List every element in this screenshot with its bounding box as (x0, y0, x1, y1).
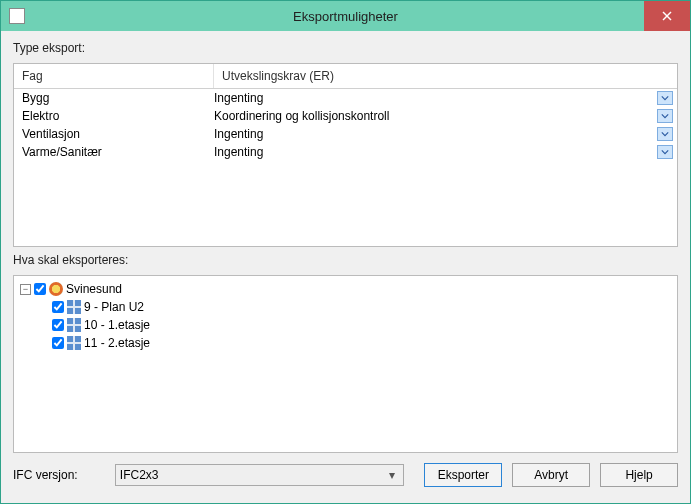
grid-header: Fag Utvekslingskrav (ER) (14, 64, 677, 89)
app-icon (9, 8, 25, 24)
tree-item-label: 9 - Plan U2 (84, 298, 144, 316)
table-row[interactable]: Varme/Sanitær Ingenting (14, 143, 677, 161)
type-export-label: Type eksport: (13, 41, 678, 55)
dialog-content: Type eksport: Fag Utvekslingskrav (ER) B… (1, 31, 690, 503)
project-icon (49, 282, 63, 296)
table-row[interactable]: Bygg Ingenting (14, 89, 677, 107)
floor-icon (67, 300, 81, 314)
chevron-down-icon (661, 94, 669, 102)
cell-er: Ingenting (214, 89, 657, 107)
export-tree-panel: − Svinesund 9 - Plan U2 (13, 275, 678, 453)
tree-item[interactable]: 11 - 2.etasje (38, 334, 671, 352)
header-er[interactable]: Utvekslingskrav (ER) (214, 64, 677, 88)
tree-checkbox[interactable] (52, 337, 64, 349)
tree-checkbox[interactable] (52, 319, 64, 331)
help-button[interactable]: Hjelp (600, 463, 678, 487)
ifc-version-select[interactable]: IFC2x3 ▾ (115, 464, 405, 486)
table-row[interactable]: Elektro Koordinering og kollisjonskontro… (14, 107, 677, 125)
dropdown-arrow[interactable] (657, 109, 673, 123)
chevron-down-icon (661, 148, 669, 156)
chevron-down-icon: ▾ (385, 468, 399, 482)
window-title: Eksportmuligheter (1, 9, 690, 24)
floor-icon (67, 336, 81, 350)
expander-minus-icon[interactable]: − (20, 284, 31, 295)
type-export-panel: Fag Utvekslingskrav (ER) Bygg Ingenting … (13, 63, 678, 247)
ifc-version-label: IFC versjon: (13, 468, 105, 482)
bottom-row: IFC versjon: IFC2x3 ▾ Eksporter Avbryt H… (13, 459, 678, 487)
cell-fag: Varme/Sanitær (14, 143, 214, 161)
tree-checkbox[interactable] (34, 283, 46, 295)
table-row[interactable]: Ventilasjon Ingenting (14, 125, 677, 143)
tree-item[interactable]: 9 - Plan U2 (38, 298, 671, 316)
cell-er: Ingenting (214, 125, 657, 143)
chevron-down-icon (661, 130, 669, 138)
tree-root-label: Svinesund (66, 280, 122, 298)
close-button[interactable] (644, 1, 690, 31)
header-fag[interactable]: Fag (14, 64, 214, 88)
cancel-button[interactable]: Avbryt (512, 463, 590, 487)
tree-item[interactable]: 10 - 1.etasje (38, 316, 671, 334)
export-button[interactable]: Eksporter (424, 463, 502, 487)
cell-fag: Bygg (14, 89, 214, 107)
cell-er: Koordinering og kollisjonskontroll (214, 107, 657, 125)
close-icon (662, 11, 672, 21)
title-bar: Eksportmuligheter (1, 1, 690, 31)
dialog-window: Eksportmuligheter Type eksport: Fag Utve… (0, 0, 691, 504)
floor-icon (67, 318, 81, 332)
tree-item-label: 10 - 1.etasje (84, 316, 150, 334)
tree-root[interactable]: − Svinesund 9 - Plan U2 (20, 280, 671, 352)
grid-body: Bygg Ingenting Elektro Koordinering og k… (14, 89, 677, 161)
dropdown-arrow[interactable] (657, 127, 673, 141)
ifc-version-value: IFC2x3 (120, 468, 159, 482)
tree-checkbox[interactable] (52, 301, 64, 313)
export-what-label: Hva skal eksporteres: (13, 253, 678, 267)
title-buttons (644, 1, 690, 31)
dropdown-arrow[interactable] (657, 145, 673, 159)
dropdown-arrow[interactable] (657, 91, 673, 105)
chevron-down-icon (661, 112, 669, 120)
tree-item-label: 11 - 2.etasje (84, 334, 150, 352)
cell-fag: Elektro (14, 107, 214, 125)
cell-fag: Ventilasjon (14, 125, 214, 143)
cell-er: Ingenting (214, 143, 657, 161)
